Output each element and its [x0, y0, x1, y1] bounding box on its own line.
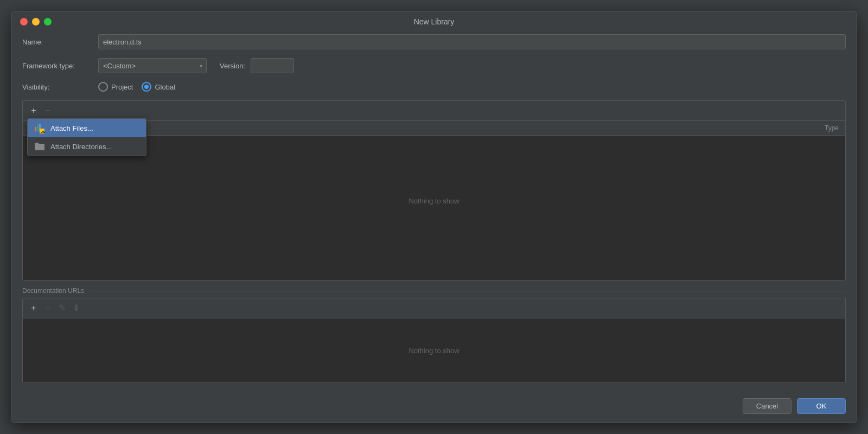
files-toolbar: + JS	[22, 100, 846, 120]
add-dropdown-container: + JS	[27, 104, 40, 117]
attach-files-label: Attach Files...	[50, 124, 93, 132]
dialog-title: New Library	[414, 17, 455, 26]
radio-project-label: Project	[111, 83, 133, 91]
version-label: Version:	[220, 62, 245, 70]
radio-project[interactable]: Project	[98, 82, 133, 92]
attach-dirs-label: Attach Directories...	[50, 143, 112, 151]
svg-rect-0	[35, 127, 36, 131]
name-label: Name:	[22, 38, 98, 46]
add-files-button[interactable]: +	[27, 104, 40, 117]
version-input[interactable]	[251, 58, 294, 73]
minus-icon: −	[45, 106, 50, 115]
doc-urls-label: Documentation URLs	[22, 287, 846, 295]
doc-empty-text: Nothing to show	[409, 347, 459, 355]
plus-icon: +	[31, 106, 36, 115]
add-url-button[interactable]: +	[27, 302, 40, 315]
framework-label: Framework type:	[22, 62, 98, 70]
radio-global[interactable]: Global	[142, 82, 175, 92]
radio-global-dot	[144, 85, 149, 89]
framework-row: Framework type: <Custom> JavaScript HTML…	[22, 58, 846, 73]
visibility-label: Visibility:	[22, 83, 98, 91]
remove-files-button[interactable]: −	[41, 104, 54, 117]
name-row: Name:	[22, 34, 846, 49]
window-controls	[20, 18, 52, 25]
doc-urls-section: Documentation URLs + − ✎ ⬇ Nothing to sh…	[22, 287, 846, 383]
framework-select-wrapper: <Custom> JavaScript HTML CSS ▾	[98, 58, 207, 73]
visibility-row: Visibility: Project Global	[22, 82, 846, 92]
doc-toolbar: + − ✎ ⬇	[22, 298, 846, 318]
pencil-icon: ✎	[59, 304, 66, 312]
download-icon: ⬇	[73, 304, 80, 312]
minus-icon: −	[45, 304, 50, 312]
radio-global-label: Global	[155, 83, 175, 91]
name-input[interactable]	[98, 34, 846, 49]
remove-url-button[interactable]: −	[41, 302, 54, 315]
add-dropdown-menu: JS Attach Files... Attach Direc	[27, 118, 146, 156]
plus-icon: +	[31, 304, 36, 312]
js-chart-icon: JS	[34, 123, 45, 133]
dialog-footer: Cancel OK	[11, 392, 857, 423]
svg-text:JS: JS	[41, 130, 45, 133]
cancel-button[interactable]: Cancel	[743, 398, 792, 414]
new-library-dialog: New Library Name: Framework type: <Custo…	[11, 11, 857, 423]
framework-select[interactable]: <Custom> JavaScript HTML CSS	[98, 58, 207, 73]
attach-files-item[interactable]: JS Attach Files...	[28, 119, 146, 137]
radio-global-indicator	[142, 82, 151, 92]
minimize-button[interactable]	[32, 18, 40, 25]
doc-list-area: Nothing to show	[22, 318, 846, 383]
ok-button[interactable]: OK	[797, 398, 846, 414]
close-button[interactable]	[20, 18, 28, 25]
title-bar: New Library	[11, 11, 857, 30]
radio-group: Project Global	[98, 82, 175, 92]
files-section: + JS	[22, 100, 846, 280]
maximize-button[interactable]	[44, 18, 52, 25]
type-column-header: Type	[825, 124, 839, 132]
edit-url-button[interactable]: ✎	[55, 302, 68, 315]
radio-project-indicator	[98, 82, 108, 92]
download-url-button[interactable]: ⬇	[69, 302, 82, 315]
dialog-body: Name: Framework type: <Custom> JavaScrip…	[11, 30, 857, 392]
svg-rect-1	[37, 125, 39, 131]
folder-icon	[34, 141, 45, 152]
attach-dirs-item[interactable]: Attach Directories...	[28, 137, 146, 156]
files-empty-text: Nothing to show	[409, 196, 459, 205]
